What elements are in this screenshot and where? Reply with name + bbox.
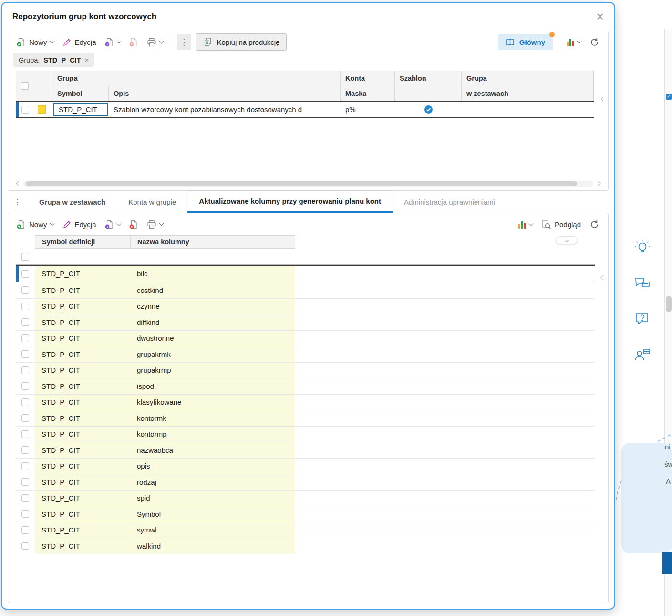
table-row[interactable]: STD_P_CIT opis [16,459,595,475]
tab-administracja-uprawnieniami[interactable]: Administracja uprawnieniami [393,191,507,213]
horizontal-scrollbar[interactable] [16,180,600,187]
columns-toolbar: Nowy Edycja [8,213,608,235]
delete-button[interactable] [125,217,142,232]
column-header-nazwa-kolumny[interactable]: Nazwa kolumny [131,236,295,248]
refresh-button[interactable] [586,217,603,232]
table-row[interactable]: STD_P_CIT grupakrmk [16,346,595,363]
row-checkbox[interactable] [21,318,29,326]
table-row[interactable]: STD_P_CIT spid [16,491,595,507]
more-actions-button[interactable]: ⋮ [177,34,191,50]
preview-button[interactable]: Podgląd [538,217,585,232]
refresh-button[interactable] [586,34,603,50]
new-button[interactable]: Nowy [13,35,58,50]
scroll-left-icon[interactable] [16,182,21,185]
remove-filter-icon[interactable]: × [85,56,89,64]
column-header-szablon[interactable]: Szablon [395,71,462,86]
row-checkbox[interactable] [21,478,29,486]
column-header-grupa[interactable]: Grupa [52,71,341,86]
column-header-konta[interactable]: Konta [341,71,395,86]
delete-button[interactable] [125,35,142,50]
row-checkbox[interactable] [21,526,29,534]
group-symbol-cell[interactable]: STD_P_CIT [53,103,108,116]
table-row[interactable]: STD_P_CIT dwustronne [16,331,595,347]
row-checkbox[interactable] [21,430,29,438]
print-button[interactable] [143,35,167,50]
tab-aktualizowane-kolumny[interactable]: Aktualizowane kolumny przy generowaniu p… [187,191,393,213]
table-row[interactable]: STD_P_CIT czynne [16,299,595,315]
column-name-cell: nazwaobca [130,442,295,458]
row-checkbox[interactable] [21,366,29,374]
scrollbar-thumb[interactable] [666,296,672,312]
column-header-symbol-definicji[interactable]: Symbol definicji [35,236,131,248]
collapse-toolbar-button[interactable] [556,236,578,244]
column-header-opis[interactable]: Opis [109,86,341,101]
row-checkbox[interactable] [21,510,29,518]
tabs-menu-icon[interactable]: ⋮ [8,191,28,213]
row-checkbox[interactable] [21,382,29,390]
row-checkbox[interactable] [21,494,29,502]
document-delete-icon [129,220,138,229]
close-icon[interactable]: × [596,10,604,23]
row-checkbox[interactable] [21,334,29,342]
select-all-checkbox[interactable] [21,253,29,261]
new-button[interactable]: Nowy [13,217,58,232]
ideas-lightbulb-icon[interactable] [632,238,652,258]
table-row[interactable]: STD_P_CIT symwl [16,522,595,539]
table-row[interactable]: STD_P_CIT Symbol [16,506,595,522]
table-row[interactable]: STD_P_CIT walkind [16,538,595,554]
details-button[interactable] [101,217,124,232]
filter-chip-grupa[interactable]: Grupa: STD_P_CIT × [13,53,94,67]
edit-button[interactable]: Edycja [59,35,100,50]
definition-symbol-cell: STD_P_CIT [35,266,130,282]
table-row[interactable]: STD_P_CIT grupakrmp [16,363,595,379]
row-checkbox[interactable] [21,414,29,422]
row-checkbox[interactable] [21,270,29,278]
main-view-button[interactable]: Główny [498,34,553,50]
details-button[interactable] [101,35,124,50]
table-row[interactable]: STD_P_CIT kontormk [16,410,595,427]
column-header-grupa-w[interactable]: Grupa [462,71,593,86]
row-checkbox[interactable] [21,446,29,454]
table-row[interactable]: STD_P_CIT rodzaj [16,474,595,491]
scroll-right-icon[interactable] [596,182,600,185]
table-row[interactable]: STD_P_CIT kontormp [16,427,595,443]
new-document-icon [17,38,26,47]
table-row[interactable]: STD_P_CIT klasyfikowane [16,395,595,411]
scroll-marker: ✓ [666,94,672,100]
print-button[interactable] [143,217,167,232]
edit-button[interactable]: Edycja [59,217,100,232]
column-name-cell: Symbol [130,506,295,522]
chart-view-button[interactable] [515,218,537,231]
table-row[interactable]: STD_P_CIT nazwaobca [16,442,595,459]
chevron-down-icon [116,39,121,43]
row-checkbox[interactable] [21,106,29,114]
row-checkbox[interactable] [21,350,29,358]
copy-to-production-button[interactable]: Kopiuj na produkcję [196,33,287,51]
group-row-selected[interactable]: STD_P_CIT Szablon wzorcowy kont pozabila… [16,101,594,118]
row-checkbox[interactable] [21,542,29,550]
collapse-side-panel-icon[interactable] [601,272,605,281]
row-checkbox[interactable] [21,286,29,294]
scrollbar-thumb[interactable] [26,181,577,186]
row-checkbox[interactable] [21,462,29,470]
chart-view-button[interactable] [563,35,585,49]
definition-symbol-cell: STD_P_CIT [35,395,130,410]
row-checkbox[interactable] [21,398,29,406]
tab-konta-w-grupie[interactable]: Konta w grupie [117,191,187,213]
table-row[interactable]: STD_P_CIT diffkind [16,314,595,331]
collapse-side-panel-icon[interactable] [601,94,605,103]
column-header-w-zestawach[interactable]: w zestawach [462,86,593,101]
column-header-maska[interactable]: Maska [341,86,395,101]
row-checkbox[interactable] [21,303,29,310]
template-check-icon [424,105,433,114]
select-all-checkbox[interactable] [21,82,29,90]
table-row[interactable]: STD_P_CIT ispod [16,378,595,395]
table-row[interactable]: STD_P_CIT costkind [16,282,595,299]
definition-symbol-cell: STD_P_CIT [35,378,130,394]
table-row[interactable]: STD_P_CIT bilc [16,265,595,282]
column-header-symbol[interactable]: Symbol [52,86,109,101]
tab-grupa-w-zestawach[interactable]: Grupa w zestawach [28,191,117,213]
chat-feedback-icon[interactable] [632,273,652,293]
help-chat-icon[interactable] [632,309,652,329]
community-chat-icon[interactable] [632,345,652,365]
